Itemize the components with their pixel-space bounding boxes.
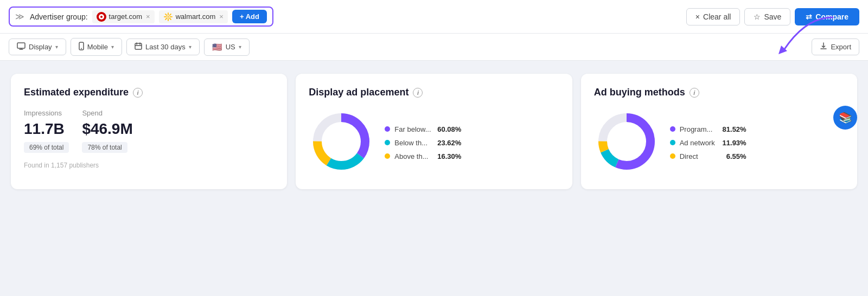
ad-buying-title-text: Ad buying methods [594, 87, 685, 98]
target-logo-icon [97, 12, 106, 22]
expenditure-title-text: Estimated expenditure [24, 87, 129, 98]
legend-item-above: Above th... 16.30% [385, 152, 461, 160]
expenditure-info-icon[interactable]: i [133, 88, 143, 98]
programmatic-dot [670, 126, 675, 132]
legend-item-direct: Direct 6.55% [670, 152, 746, 160]
filter-bar: Display ▾ Mobile ▾ Last 30 days ▾ 🇺🇸 US … [0, 34, 868, 61]
svg-rect-9 [17, 43, 25, 48]
mobile-icon [79, 42, 84, 52]
legend-item-programmatic: Program... 81.52% [670, 125, 746, 133]
impressions-label: Impressions [24, 109, 69, 117]
spend-label: Spend [82, 109, 132, 117]
svg-point-0 [167, 16, 169, 17]
country-filter-button[interactable]: 🇺🇸 US ▾ [204, 38, 250, 56]
display-placement-donut [309, 109, 374, 176]
save-button[interactable]: ☆ Save [744, 8, 790, 25]
mobile-filter-label: Mobile [87, 43, 108, 51]
legend-item-below: Below th... 23.62% [385, 139, 461, 147]
display-placement-title-text: Display ad placement [309, 87, 409, 98]
compare-label: Compare [815, 12, 848, 21]
calendar-icon [135, 42, 142, 52]
ad-buying-donut [594, 109, 659, 176]
main-content: Estimated expenditure i Impressions 11.7… [0, 61, 868, 202]
svg-point-30 [608, 123, 645, 160]
remove-target-button[interactable]: × [146, 12, 150, 21]
ad-buying-card: Ad buying methods i Program [581, 74, 857, 189]
above-dot [385, 153, 390, 159]
date-filter-label: Last 30 days [145, 43, 186, 51]
advertiser-group-box: ≫ Advertiser group: target.com × [9, 7, 273, 27]
svg-rect-14 [135, 43, 142, 49]
below-label: Below th... [394, 139, 432, 147]
ad-network-label: Ad network [680, 139, 718, 147]
legend-item-far-below: Far below... 60.08% [385, 125, 461, 133]
impressions-col: Impressions 11.7B 69% of total [24, 109, 69, 153]
spend-col: Spend $46.9M 78% of total [82, 109, 132, 153]
clear-all-button[interactable]: × Clear all [686, 8, 741, 25]
compare-arrows-icon: ⇄ [806, 12, 812, 21]
expand-icon: ≫ [15, 11, 24, 22]
svg-line-5 [165, 14, 167, 15]
display-filter-label: Display [29, 43, 52, 51]
mobile-filter-button[interactable]: Mobile ▾ [71, 38, 122, 56]
above-pct: 16.30% [437, 152, 461, 160]
group-label: Advertiser group: [30, 12, 88, 21]
mobile-chevron-icon: ▾ [111, 44, 114, 50]
far-below-dot [385, 126, 390, 132]
target-label: target.com [109, 12, 142, 21]
advertiser-tag-walmart: walmart.com × [159, 10, 228, 23]
svg-point-25 [323, 123, 360, 160]
country-filter-label: US [226, 43, 235, 51]
save-label: Save [764, 12, 781, 21]
svg-point-13 [81, 48, 82, 49]
clear-all-label: Clear all [703, 12, 731, 21]
svg-line-6 [169, 18, 170, 19]
ad-buying-info-icon[interactable]: i [690, 88, 699, 98]
ad-buying-title: Ad buying methods i [594, 87, 844, 98]
country-chevron-icon: ▾ [239, 44, 241, 50]
display-placement-title: Display ad placement i [309, 87, 559, 98]
clear-all-x-icon: × [695, 12, 700, 21]
display-placement-chart-area: Far below... 60.08% Below th... 23.62% A… [309, 109, 559, 176]
programmatic-label: Program... [680, 125, 718, 133]
expenditure-card-title: Estimated expenditure i [24, 87, 274, 98]
display-placement-info-icon[interactable]: i [413, 88, 423, 98]
expenditure-footer: Found in 1,157 publishers [24, 162, 274, 169]
far-below-pct: 60.08% [437, 125, 461, 133]
help-fab-button[interactable]: 📚 [833, 106, 857, 130]
direct-pct: 6.55% [722, 152, 746, 160]
direct-label: Direct [680, 152, 718, 160]
svg-line-7 [169, 14, 170, 15]
display-placement-legend: Far below... 60.08% Below th... 23.62% A… [385, 125, 461, 160]
ad-buying-legend: Program... 81.52% Ad network 11.93% Dire… [670, 125, 746, 160]
date-filter-button[interactable]: Last 30 days ▾ [126, 38, 200, 55]
ad-network-pct: 11.93% [722, 139, 746, 147]
export-button[interactable]: Export [812, 38, 859, 55]
export-download-icon [820, 42, 827, 52]
far-below-label: Far below... [394, 125, 432, 133]
impressions-value: 11.7B [24, 120, 69, 138]
above-label: Above th... [394, 152, 432, 160]
ad-network-dot [670, 140, 675, 145]
date-chevron-icon: ▾ [189, 44, 192, 50]
save-star-icon: ☆ [754, 12, 761, 21]
below-dot [385, 140, 390, 145]
export-label: Export [831, 43, 851, 51]
programmatic-pct: 81.52% [722, 125, 746, 133]
display-chevron-icon: ▾ [55, 44, 58, 50]
remove-walmart-button[interactable]: × [219, 12, 224, 21]
advertiser-tag-target: target.com × [92, 10, 155, 23]
top-bar: ≫ Advertiser group: target.com × [0, 0, 868, 34]
display-placement-card: Display ad placement i [296, 74, 572, 189]
spend-badge: 78% of total [82, 142, 127, 153]
display-filter-button[interactable]: Display ▾ [9, 38, 66, 55]
expenditure-card: Estimated expenditure i Impressions 11.7… [11, 74, 287, 189]
direct-dot [670, 153, 675, 159]
ad-buying-chart-area: Program... 81.52% Ad network 11.93% Dire… [594, 109, 844, 176]
expenditure-grid: Impressions 11.7B 69% of total Spend $46… [24, 109, 274, 153]
add-advertiser-button[interactable]: + Add [232, 10, 267, 23]
svg-line-8 [165, 18, 167, 19]
impressions-badge: 69% of total [24, 142, 69, 153]
walmart-label: walmart.com [176, 12, 216, 21]
compare-button[interactable]: ⇄ Compare [795, 8, 859, 25]
